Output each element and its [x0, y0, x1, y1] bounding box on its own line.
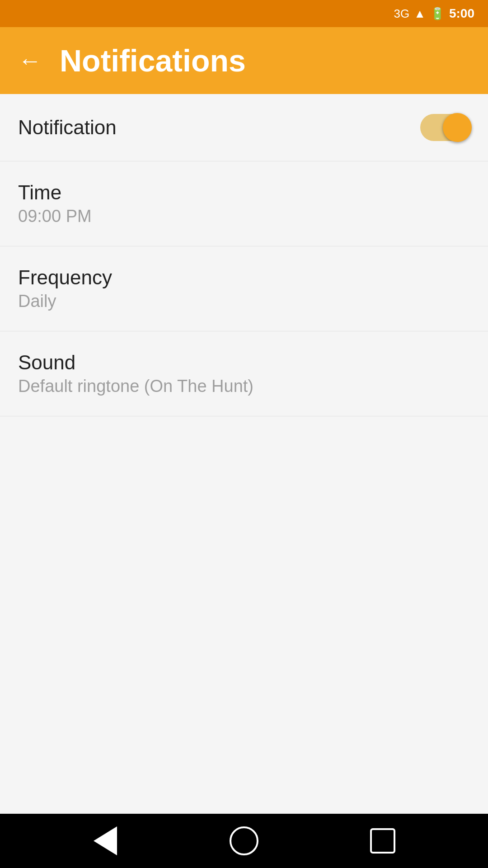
- frequency-value: Daily: [18, 292, 112, 311]
- time-row[interactable]: Time 09:00 PM: [0, 161, 488, 246]
- battery-icon: 🔋: [430, 7, 445, 21]
- sound-row[interactable]: Sound Default ringtone (On The Hunt): [0, 331, 488, 416]
- notification-label: Notification: [18, 116, 117, 139]
- back-nav-icon: [94, 826, 117, 855]
- home-nav-icon: [230, 826, 258, 855]
- app-bar: ← Notifications: [0, 27, 488, 94]
- notification-toggle[interactable]: [420, 114, 470, 141]
- frequency-label: Frequency: [18, 266, 112, 289]
- recents-nav-icon: [370, 828, 395, 854]
- time-label: Time: [18, 181, 92, 204]
- status-bar: 3G ▲ 🔋 5:00: [0, 0, 488, 27]
- recents-nav-button[interactable]: [365, 823, 401, 859]
- status-icons: 3G ▲ 🔋 5:00: [394, 6, 474, 21]
- network-indicator: 3G: [394, 7, 410, 21]
- sound-value: Default ringtone (On The Hunt): [18, 377, 253, 396]
- signal-icon: ▲: [414, 7, 426, 21]
- sound-label: Sound: [18, 351, 253, 374]
- sound-row-text: Sound Default ringtone (On The Hunt): [18, 351, 253, 396]
- notification-row-text: Notification: [18, 116, 117, 139]
- time-value: 09:00 PM: [18, 207, 92, 226]
- settings-content: Notification Time 09:00 PM Frequency Dai…: [0, 94, 488, 814]
- notification-row[interactable]: Notification: [0, 94, 488, 161]
- page-title: Notifications: [60, 43, 246, 78]
- time-row-text: Time 09:00 PM: [18, 181, 92, 226]
- frequency-row[interactable]: Frequency Daily: [0, 246, 488, 331]
- toggle-thumb: [443, 113, 472, 142]
- frequency-row-text: Frequency Daily: [18, 266, 112, 311]
- notification-toggle-container[interactable]: [420, 114, 470, 141]
- clock: 5:00: [449, 6, 474, 21]
- back-button[interactable]: ←: [18, 47, 42, 74]
- back-nav-button[interactable]: [87, 823, 123, 859]
- nav-bar: [0, 814, 488, 868]
- home-nav-button[interactable]: [226, 823, 262, 859]
